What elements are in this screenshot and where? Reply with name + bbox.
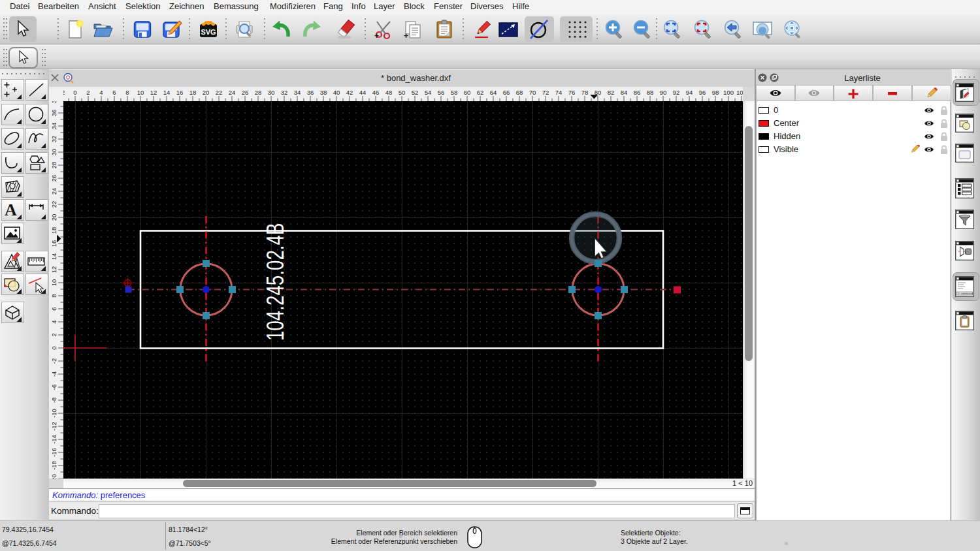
- svg-text:4: 4: [99, 89, 103, 96]
- svg-text:46: 46: [372, 89, 380, 96]
- svg-text:-10: -10: [50, 409, 57, 418]
- svg-text:32: 32: [281, 89, 288, 96]
- svg-text:74: 74: [555, 89, 563, 96]
- svg-text:26: 26: [242, 89, 249, 96]
- svg-text:14: 14: [50, 253, 57, 260]
- svg-text:38: 38: [50, 101, 57, 103]
- svg-text:84: 84: [621, 89, 628, 96]
- svg-text:0: 0: [50, 346, 57, 349]
- svg-text:4: 4: [50, 320, 57, 323]
- svg-text:-12: -12: [50, 422, 57, 431]
- svg-text:-2: -2: [50, 358, 57, 364]
- svg-text:2: 2: [50, 333, 57, 336]
- svg-text:40: 40: [333, 89, 340, 96]
- svg-text:18: 18: [50, 227, 57, 234]
- svg-text:50: 50: [399, 89, 406, 96]
- svg-text:-20: -20: [50, 474, 57, 479]
- svg-text:16: 16: [176, 89, 184, 96]
- svg-text:10: 10: [50, 279, 57, 287]
- svg-text:C: command: C: command: [958, 292, 973, 295]
- svg-text:20: 20: [203, 89, 210, 96]
- svg-text:0: 0: [73, 89, 76, 96]
- svg-text:44: 44: [359, 89, 367, 96]
- svg-text:30: 30: [50, 149, 57, 156]
- svg-text:-8: -8: [50, 398, 57, 403]
- svg-text:2: 2: [86, 89, 90, 96]
- svg-text:80: 80: [595, 89, 602, 96]
- svg-text:24: 24: [229, 89, 236, 96]
- svg-text:82: 82: [608, 89, 615, 96]
- svg-text:30: 30: [268, 89, 275, 96]
- svg-text:SVG: SVG: [201, 28, 216, 36]
- svg-text:56: 56: [438, 89, 445, 96]
- svg-text:48: 48: [385, 89, 393, 96]
- svg-text:34: 34: [294, 89, 301, 96]
- svg-text:-14: -14: [50, 435, 57, 444]
- svg-text:18: 18: [189, 89, 197, 96]
- svg-text:92: 92: [673, 89, 680, 96]
- svg-text:10: 10: [137, 89, 144, 96]
- svg-text:-18: -18: [50, 461, 57, 470]
- svg-text:6: 6: [50, 307, 57, 310]
- svg-text:76: 76: [568, 89, 576, 96]
- svg-text:70: 70: [529, 89, 536, 96]
- svg-text:90: 90: [660, 89, 667, 96]
- svg-text:32: 32: [50, 136, 57, 143]
- svg-text:16: 16: [50, 240, 57, 247]
- svg-text:38: 38: [320, 89, 327, 96]
- svg-text:28: 28: [50, 162, 57, 169]
- svg-text:54: 54: [425, 89, 432, 96]
- svg-text:26: 26: [50, 175, 57, 182]
- svg-text:14: 14: [163, 89, 171, 96]
- svg-text:12: 12: [150, 89, 157, 96]
- svg-text:A: A: [5, 200, 17, 219]
- svg-text:102: 102: [736, 89, 743, 96]
- svg-text:58: 58: [451, 89, 458, 96]
- svg-text:24: 24: [50, 188, 57, 195]
- svg-text:66: 66: [503, 89, 510, 96]
- svg-text:28: 28: [255, 89, 262, 96]
- svg-text:100: 100: [723, 89, 734, 96]
- svg-text:62: 62: [477, 89, 484, 96]
- svg-text:22: 22: [50, 201, 57, 208]
- svg-text:98: 98: [712, 89, 719, 96]
- svg-text:52: 52: [412, 89, 419, 96]
- svg-text:60: 60: [464, 89, 471, 96]
- svg-text:20: 20: [50, 214, 57, 221]
- svg-text:68: 68: [516, 89, 523, 96]
- svg-text:42: 42: [346, 89, 353, 96]
- svg-text:8: 8: [125, 89, 129, 96]
- svg-text:104.245.02.4B: 104.245.02.4B: [261, 223, 289, 341]
- svg-text:94: 94: [686, 89, 693, 96]
- svg-text:8: 8: [50, 294, 57, 297]
- svg-text:-4: -4: [50, 371, 57, 377]
- svg-text:12: 12: [50, 266, 57, 274]
- svg-text:96: 96: [699, 89, 706, 96]
- svg-text:-2: -2: [63, 89, 65, 96]
- svg-text:+: +: [374, 31, 379, 40]
- svg-text:-16: -16: [50, 448, 57, 457]
- svg-text:-6: -6: [50, 385, 57, 390]
- svg-text:88: 88: [647, 89, 654, 96]
- svg-text:36: 36: [50, 110, 57, 117]
- svg-text:34: 34: [50, 123, 57, 130]
- svg-text:64: 64: [490, 89, 497, 96]
- svg-text:36: 36: [307, 89, 314, 96]
- svg-text:86: 86: [634, 89, 641, 96]
- svg-text:22: 22: [216, 89, 223, 96]
- svg-text:72: 72: [542, 89, 549, 96]
- svg-text:6: 6: [112, 89, 116, 96]
- svg-text:78: 78: [581, 89, 589, 96]
- svg-text:+: +: [404, 31, 408, 40]
